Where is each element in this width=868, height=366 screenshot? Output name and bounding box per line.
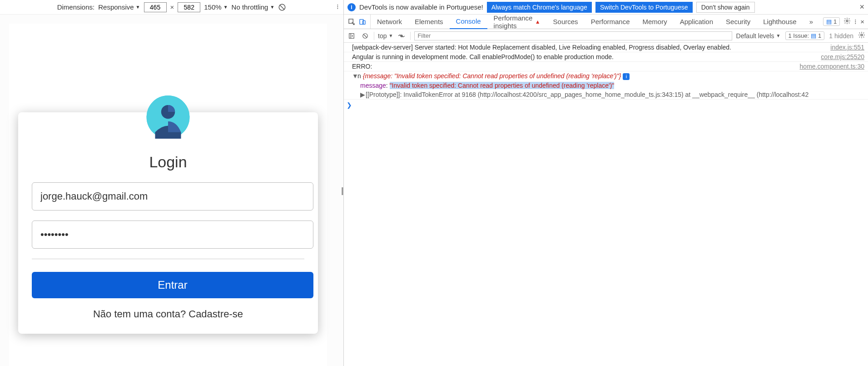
tabs-overflow-icon[interactable]: »	[803, 15, 819, 29]
tab-label: Performance insights	[494, 14, 533, 30]
clear-console-icon[interactable]	[360, 31, 370, 41]
expand-icon[interactable]: ▶	[360, 91, 366, 98]
device-mode-select[interactable]: Responsive ▼	[98, 3, 140, 11]
caret-down-icon: ▼	[136, 5, 140, 10]
info-badge-icon[interactable]: i	[623, 73, 630, 80]
switch-language-button[interactable]: Switch DevTools to Portuguese	[595, 2, 693, 13]
tab-performance[interactable]: Performance	[585, 15, 636, 29]
issue-label: 1 Issue:	[789, 32, 809, 39]
tab-lighthouse[interactable]: Lighthouse	[757, 15, 803, 29]
device-toolbar: Dimensions: Responsive ▼ × 150% ▼ No thr…	[0, 0, 343, 15]
object-property: message: "Invalid token specified: Canno…	[360, 82, 864, 89]
property-colon: :	[386, 82, 390, 89]
execution-context-select[interactable]: top ▼	[378, 32, 393, 40]
toolbar-separator	[410, 32, 411, 40]
pane-resize-handle[interactable]: ||	[341, 186, 342, 195]
console-sidebar-toggle-icon[interactable]	[347, 31, 357, 41]
log-row-object[interactable]: ▼n {message: "Invalid token specified: C…	[344, 71, 868, 81]
object-value: "Invalid token specified: Cannot read pr…	[394, 72, 619, 80]
hidden-messages[interactable]: 1 hidden	[829, 32, 853, 40]
throttle-value: No throttling	[232, 3, 268, 11]
dismiss-button[interactable]: Don't show again	[696, 2, 755, 13]
issue-count: 1	[818, 32, 821, 39]
tabs-right-controls: ▤ 1 ⁝ ×	[819, 15, 868, 29]
preview-viewport: Login Entrar Não tem uma conta? Cadastre…	[0, 15, 343, 366]
log-message: ERRO:	[352, 63, 796, 70]
console-settings-icon[interactable]	[858, 31, 865, 40]
tab-application[interactable]: Application	[674, 15, 719, 29]
log-row[interactable]: [webpack-dev-server] Server started: Hot…	[344, 43, 868, 52]
toolbar-separator	[374, 32, 374, 40]
device-toggle-icon[interactable]	[357, 17, 367, 27]
live-expression-icon[interactable]	[397, 31, 407, 41]
inspect-element-icon[interactable]	[347, 17, 357, 27]
tab-memory[interactable]: Memory	[636, 15, 674, 29]
log-levels-select[interactable]: Default levels ▼	[736, 32, 781, 40]
svg-line-1	[280, 5, 285, 10]
tab-sources[interactable]: Sources	[547, 15, 585, 29]
object-brace: }	[619, 72, 621, 80]
object-name: n	[357, 72, 363, 80]
issues-pill[interactable]: 1 Issue: ▤ 1	[785, 31, 825, 40]
always-match-language-button[interactable]: Always match Chrome's language	[487, 2, 592, 13]
svg-point-13	[861, 34, 863, 36]
avatar-icon	[147, 95, 190, 139]
svg-point-7	[846, 20, 848, 22]
close-devtools-icon[interactable]: ×	[860, 18, 864, 25]
svg-rect-8	[349, 33, 354, 38]
tab-console[interactable]: Console	[450, 15, 487, 29]
device-mode-value: Responsive	[98, 3, 134, 11]
console-output[interactable]: [webpack-dev-server] Server started: Hot…	[344, 43, 868, 366]
issues-count: 1	[833, 18, 837, 25]
tab-list: Network Elements Console Performance ins…	[371, 15, 819, 29]
log-source-link[interactable]: home.component.ts:30	[796, 63, 864, 70]
login-title: Login	[32, 153, 304, 171]
log-row[interactable]: Angular is running in development mode. …	[344, 52, 868, 62]
console-toolbar-right: Default levels ▼ 1 Issue: ▤ 1 1 hidden	[736, 31, 865, 40]
device-preview-pane: Dimensions: Responsive ▼ × 150% ▼ No thr…	[0, 0, 344, 366]
console-filter-input[interactable]	[414, 31, 732, 40]
context-value: top	[378, 32, 387, 40]
collapse-icon[interactable]: ▼	[352, 72, 357, 80]
login-submit-button[interactable]: Entrar	[32, 272, 313, 298]
password-input[interactable]	[32, 221, 313, 249]
rendered-page: Login Entrar Não tem uma conta? Cadastre…	[9, 24, 327, 366]
issues-counter[interactable]: ▤ 1	[823, 17, 840, 26]
caret-down-icon: ▼	[388, 33, 393, 38]
viewport-height-input[interactable]	[178, 2, 200, 12]
kebab-menu-icon[interactable]: ⁝	[337, 3, 339, 11]
tab-network[interactable]: Network	[371, 15, 408, 29]
tab-performance-insights[interactable]: Performance insights ▲	[487, 15, 547, 29]
caret-down-icon: ▼	[776, 33, 781, 38]
property-key: message	[360, 82, 386, 89]
property-value: "Invalid token specified: Cannot read pr…	[390, 82, 615, 89]
zoom-value: 150%	[204, 3, 221, 11]
email-input[interactable]	[32, 182, 313, 211]
signup-link[interactable]: Não tem uma conta? Cadastre-se	[32, 308, 304, 320]
info-icon: i	[347, 3, 356, 11]
log-source-link[interactable]: index.js:551	[827, 44, 864, 51]
info-bar-text: DevTools is now available in Portuguese!	[359, 3, 483, 11]
log-message: Angular is running in development mode. …	[352, 53, 817, 60]
throttle-select[interactable]: No throttling ▼	[232, 3, 275, 11]
devtools-pane: i DevTools is now available in Portugues…	[344, 0, 868, 366]
close-icon[interactable]: ×	[859, 2, 864, 12]
viewport-width-input[interactable]	[144, 2, 167, 12]
size-separator: ×	[170, 3, 174, 11]
log-object-prototype[interactable]: ▶[[Prototype]]: InvalidTokenError at 916…	[344, 90, 868, 100]
log-row[interactable]: ERRO: home.component.ts:30	[344, 62, 868, 71]
console-prompt[interactable]: ❯	[344, 100, 868, 110]
tab-security[interactable]: Security	[719, 15, 757, 29]
levels-value: Default levels	[736, 32, 774, 40]
rotate-icon[interactable]	[278, 3, 286, 11]
log-source-link[interactable]: core.mjs:25520	[817, 53, 864, 60]
log-object-property[interactable]: message: "Invalid token specified: Canno…	[344, 81, 868, 90]
beta-indicator-icon: ▲	[535, 19, 541, 25]
zoom-select[interactable]: 150% ▼	[204, 3, 228, 11]
issue-icon: ▤	[826, 18, 832, 25]
settings-icon[interactable]	[843, 17, 851, 26]
devtools-info-bar: i DevTools is now available in Portugues…	[344, 0, 868, 15]
kebab-menu-icon[interactable]: ⁝	[854, 18, 857, 26]
tab-elements[interactable]: Elements	[408, 15, 450, 29]
issue-icon: ▤	[811, 32, 816, 39]
